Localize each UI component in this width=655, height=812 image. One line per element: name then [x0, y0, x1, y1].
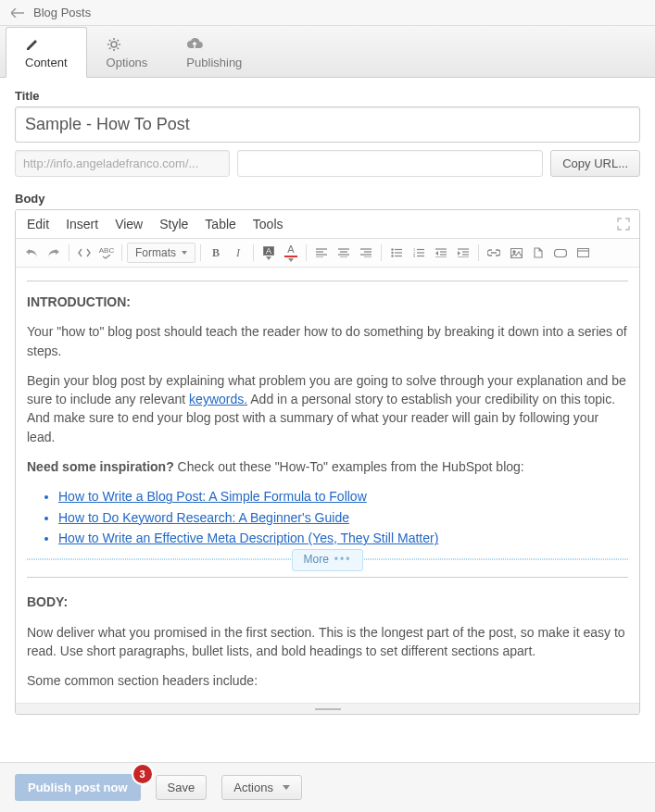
- example-link[interactable]: How to Write a Blog Post: A Simple Formu…: [58, 489, 367, 504]
- actions-dropdown[interactable]: Actions: [221, 775, 302, 800]
- file-icon[interactable]: [528, 243, 548, 263]
- inspiration-line: Need some inspiration? Check out these "…: [27, 457, 628, 476]
- outdent-icon[interactable]: [431, 243, 451, 263]
- tab-publishing[interactable]: Publishing: [167, 27, 261, 78]
- bullet-list-icon[interactable]: [386, 243, 407, 263]
- title-input[interactable]: [15, 106, 640, 143]
- footer-bar: Publish post now 3 Save Actions: [0, 762, 655, 812]
- breadcrumb-bar: Blog Posts: [0, 0, 655, 26]
- svg-rect-41: [510, 248, 522, 257]
- tab-label: Content: [25, 56, 68, 69]
- read-more-separator: More •••: [27, 558, 628, 560]
- svg-rect-44: [577, 249, 588, 257]
- redo-icon[interactable]: [44, 243, 64, 263]
- spellcheck-icon[interactable]: ABC: [96, 243, 117, 263]
- svg-line-8: [117, 40, 119, 42]
- svg-rect-43: [555, 249, 567, 256]
- tab-content[interactable]: Content: [6, 27, 87, 78]
- publish-button[interactable]: Publish post now 3: [15, 774, 141, 801]
- title-label: Title: [15, 89, 640, 103]
- align-center-icon[interactable]: [334, 243, 354, 263]
- save-button[interactable]: Save: [156, 775, 208, 800]
- body-label: Body: [15, 192, 640, 206]
- example-link[interactable]: How to Write an Effective Meta Descripti…: [58, 531, 438, 545]
- embed-icon[interactable]: [573, 243, 593, 263]
- formats-dropdown[interactable]: Formats: [127, 243, 195, 263]
- intro-paragraph-1: Your "how to" blog post should teach the…: [27, 322, 628, 360]
- align-left-icon[interactable]: [311, 243, 332, 263]
- svg-line-5: [109, 40, 111, 42]
- cloud-upload-icon: [186, 37, 242, 52]
- example-link[interactable]: How to Do Keyword Research: A Beginner's…: [58, 510, 349, 525]
- content-panel: Title http://info.angeladefranco.com/...…: [0, 78, 655, 715]
- divider: [27, 281, 628, 281]
- editor-toolbar: ABC Formats B I A A 123: [16, 239, 639, 268]
- body-paragraph-1: Now deliver what you promised in the fir…: [27, 623, 628, 661]
- sourcecode-icon[interactable]: [74, 243, 94, 263]
- tab-label: Options: [107, 56, 148, 69]
- copy-url-button[interactable]: Copy URL...: [550, 150, 640, 177]
- gear-icon: [107, 37, 148, 52]
- editor-content-area[interactable]: INTRODUCTION: Your "how to" blog post sh…: [16, 268, 639, 703]
- divider: [27, 577, 628, 578]
- example-links-list: How to Write a Blog Post: A Simple Formu…: [58, 487, 628, 547]
- body-paragraph-2: Some common section headers include:: [27, 671, 628, 690]
- menu-view[interactable]: View: [115, 217, 143, 231]
- editor-tabs: Content Options Publishing: [0, 26, 655, 78]
- menu-table[interactable]: Table: [205, 217, 235, 231]
- svg-point-0: [111, 42, 117, 47]
- svg-line-6: [117, 48, 119, 50]
- breadcrumb-label[interactable]: Blog Posts: [33, 6, 91, 19]
- resize-handle[interactable]: [16, 703, 639, 714]
- undo-icon[interactable]: [21, 243, 42, 263]
- intro-heading: INTRODUCTION:: [27, 294, 131, 309]
- backcolor-icon[interactable]: A: [258, 243, 279, 263]
- chevron-down-icon: [283, 785, 290, 790]
- image-icon[interactable]: [506, 243, 526, 263]
- keywords-link[interactable]: keywords.: [189, 392, 247, 406]
- svg-point-23: [391, 255, 393, 256]
- editor-menubar: Edit Insert View Style Table Tools: [16, 210, 639, 239]
- tab-options[interactable]: Options: [87, 27, 168, 78]
- intro-paragraph-2: Begin your blog post by explaining what …: [27, 371, 628, 446]
- menu-tools[interactable]: Tools: [253, 217, 283, 231]
- align-right-icon[interactable]: [356, 243, 376, 263]
- tab-label: Publishing: [186, 56, 242, 69]
- svg-point-22: [391, 252, 393, 254]
- svg-text:3: 3: [413, 254, 416, 257]
- cta-icon[interactable]: [550, 243, 571, 263]
- notification-badge: 3: [133, 765, 152, 783]
- body-heading: BODY:: [27, 594, 68, 609]
- svg-point-42: [512, 250, 514, 252]
- menu-style[interactable]: Style: [159, 217, 188, 231]
- richtext-editor: Edit Insert View Style Table Tools ABC F…: [15, 209, 640, 715]
- url-prefix-display: http://info.angeladefranco.com/...: [15, 150, 230, 177]
- pencil-icon: [25, 37, 68, 52]
- menu-insert[interactable]: Insert: [66, 217, 98, 231]
- url-slug-input[interactable]: [237, 150, 543, 177]
- back-arrow-icon[interactable]: [11, 8, 24, 18]
- menu-edit[interactable]: Edit: [27, 217, 49, 231]
- forecolor-icon[interactable]: A: [281, 243, 301, 263]
- italic-icon[interactable]: I: [228, 243, 248, 263]
- indent-icon[interactable]: [453, 243, 473, 263]
- read-more-pill[interactable]: More •••: [292, 549, 364, 570]
- svg-point-21: [391, 248, 393, 250]
- number-list-icon[interactable]: 123: [409, 243, 429, 263]
- svg-line-7: [109, 48, 111, 50]
- fullscreen-icon[interactable]: [617, 218, 630, 231]
- url-row: http://info.angeladefranco.com/... Copy …: [15, 150, 640, 177]
- bold-icon[interactable]: B: [206, 243, 226, 263]
- dots-icon: •••: [334, 552, 352, 568]
- link-icon[interactable]: [484, 243, 504, 263]
